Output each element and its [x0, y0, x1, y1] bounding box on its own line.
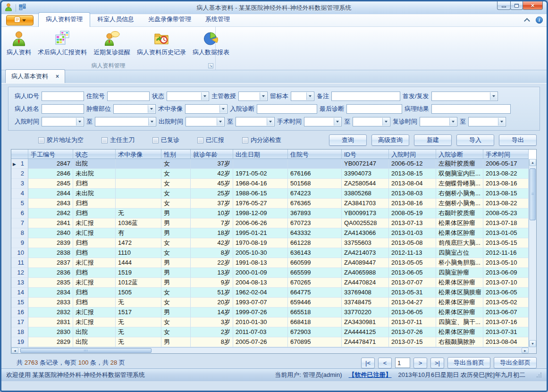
table-cell[interactable]: 无: [116, 209, 161, 218]
row-number[interactable]: 17: [11, 317, 28, 327]
horizontal-scroll-thumb[interactable]: [20, 348, 152, 353]
table-row[interactable]: 162832未汇报1517男14岁1999-07-266655183377022…: [11, 308, 529, 317]
table-cell[interactable]: 2013-08-04: [483, 337, 529, 347]
text-field[interactable]: [346, 104, 402, 114]
table-row[interactable]: 52843归档女37岁1976-05-27676365ZA38417032013…: [11, 199, 529, 209]
table-cell[interactable]: 10岁: [191, 209, 233, 218]
table-cell[interactable]: 1999-07-26: [233, 308, 288, 317]
row-number[interactable]: 2: [11, 169, 28, 179]
table-row[interactable]: 192829出院无男8岁2005-07-26670895ZA4478471201…: [11, 337, 529, 347]
table-cell[interactable]: 2013-08-04: [389, 179, 436, 189]
table-cell[interactable]: 桥小脑角胆脂...: [436, 258, 483, 268]
table-cell[interactable]: 2846: [28, 169, 73, 179]
table-cell[interactable]: ZA4478471: [342, 337, 389, 347]
table-cell[interactable]: 归档: [73, 179, 116, 189]
table-cell[interactable]: 2837: [28, 258, 73, 268]
row-number[interactable]: 6: [11, 209, 28, 218]
table-row[interactable]: 142834归档1505女51岁1962-02-0466477533769408…: [11, 288, 529, 298]
column-header[interactable]: 入院诊断: [436, 150, 483, 158]
table-cell[interactable]: 男: [161, 337, 191, 347]
table-cell[interactable]: 2008-05-19: [389, 209, 436, 218]
table-row[interactable]: 112837未汇报1444男22岁1991-08-13660599ZA40894…: [11, 258, 529, 268]
row-number[interactable]: 5: [11, 199, 28, 209]
row-number[interactable]: 16: [11, 308, 28, 317]
ribbon-button-3[interactable]: 近期复诊提醒: [90, 28, 134, 58]
table-cell[interactable]: 665599: [288, 268, 342, 278]
table-cell[interactable]: ZA4065988: [342, 268, 389, 278]
table-cell[interactable]: 归档: [73, 199, 116, 209]
checkbox-box[interactable]: [242, 137, 248, 143]
table-cell[interactable]: 未汇报: [73, 228, 116, 238]
table-cell[interactable]: 男: [161, 278, 191, 288]
app-menu-button[interactable]: [6, 15, 34, 25]
text-field[interactable]: [42, 104, 84, 114]
vertical-scroll-thumb[interactable]: [530, 168, 536, 220]
table-cell[interactable]: 9岁: [191, 278, 233, 288]
table-cell[interactable]: 2013-08-16: [483, 179, 529, 189]
row-number[interactable]: 18: [11, 327, 28, 337]
row-number[interactable]: 11: [11, 258, 28, 268]
table-row[interactable]: 62842归档无男10岁1998-12-09367893YB0099173200…: [11, 209, 529, 218]
text-field[interactable]: [431, 104, 511, 114]
export-current-page-button[interactable]: 导出当前页: [447, 357, 490, 368]
ribbon-tab-3[interactable]: 光盘录像带管理: [141, 13, 198, 26]
chevron-down-icon[interactable]: [449, 118, 456, 125]
row-number[interactable]: 12: [11, 268, 28, 278]
table-cell[interactable]: 归档: [73, 288, 116, 298]
table-cell[interactable]: 2005-10-30: [233, 248, 288, 258]
column-header[interactable]: ID号: [342, 150, 389, 158]
table-cell[interactable]: 2842: [28, 209, 73, 218]
table-cell[interactable]: 有: [116, 228, 161, 238]
table-cell[interactable]: 女: [161, 248, 191, 258]
table-row[interactable]: 172831未汇报无女3岁2010-01-30668418ZA343098120…: [11, 317, 529, 327]
table-cell[interactable]: 670895: [288, 337, 342, 347]
table-cell[interactable]: 未汇报: [73, 308, 116, 317]
table-cell[interactable]: 女: [161, 238, 191, 248]
table-cell[interactable]: 四脑室、脑干...: [436, 317, 483, 327]
scroll-right-icon[interactable]: ►: [522, 348, 529, 353]
table-cell[interactable]: 2013-08-22: [483, 199, 529, 209]
row-number[interactable]: 8: [11, 228, 28, 238]
column-header[interactable]: 性别: [161, 150, 191, 158]
table-cell[interactable]: 2013-05-02: [483, 298, 529, 308]
table-cell[interactable]: 674223: [288, 189, 342, 199]
table-cell[interactable]: 女: [161, 288, 191, 298]
table-cell[interactable]: 659446: [288, 298, 342, 308]
ribbon-button-4[interactable]: 病人资料历史记录: [134, 28, 189, 58]
table-cell[interactable]: 左侧桥小脑角...: [436, 199, 483, 209]
table-cell[interactable]: 2006-05-17: [483, 159, 529, 169]
table-cell[interactable]: YB0099173: [342, 209, 389, 218]
advanced-query-button[interactable]: 高级查询: [371, 134, 409, 146]
table-cell[interactable]: 女: [161, 189, 191, 199]
table-cell[interactable]: 668418: [288, 317, 342, 327]
table-cell[interactable]: 2013-05-15: [483, 238, 529, 248]
scroll-up-icon[interactable]: ▲: [529, 159, 536, 166]
collapse-ribbon-icon[interactable]: [524, 18, 530, 24]
table-row[interactable]: ▶12847出院女37岁YB00721472006-05-12左额叶胶质瘤200…: [11, 159, 529, 169]
column-header[interactable]: 状态: [73, 150, 116, 158]
table-cell[interactable]: 1988-06-15: [233, 189, 288, 199]
row-number[interactable]: ▶1: [11, 159, 28, 169]
table-cell[interactable]: 2830: [28, 327, 73, 337]
table-cell[interactable]: 2013-07-13: [389, 218, 436, 228]
table-cell[interactable]: 2013-06-05: [389, 268, 436, 278]
new-button[interactable]: 新建: [414, 134, 452, 146]
table-cell[interactable]: 未出院: [73, 169, 116, 179]
table-cell[interactable]: [116, 189, 161, 199]
table-cell[interactable]: 2013-06-05: [483, 288, 529, 298]
table-cell[interactable]: 女: [161, 179, 191, 189]
maximize-button[interactable]: [510, 1, 523, 10]
table-cell[interactable]: ZA3841703: [342, 199, 389, 209]
table-cell[interactable]: 松果体区脑膜瘤: [436, 288, 483, 298]
table-cell[interactable]: 676365: [288, 199, 342, 209]
table-row[interactable]: 102838归档1110女8岁2005-10-30636143ZA4214073…: [11, 248, 529, 258]
tab-patient-basic-info[interactable]: 病人基本资料 ×: [5, 69, 65, 83]
combo-field[interactable]: [304, 117, 342, 126]
column-header[interactable]: 入院时间: [389, 150, 436, 158]
table-cell[interactable]: 男: [161, 228, 191, 238]
table-cell[interactable]: 2008-05-23: [483, 209, 529, 218]
table-cell[interactable]: 1472: [116, 238, 161, 248]
checkbox-5[interactable]: 内分泌检查: [242, 136, 281, 144]
table-cell[interactable]: 2013-06-09: [483, 268, 529, 278]
table-cell[interactable]: 2000-01-09: [233, 268, 288, 278]
